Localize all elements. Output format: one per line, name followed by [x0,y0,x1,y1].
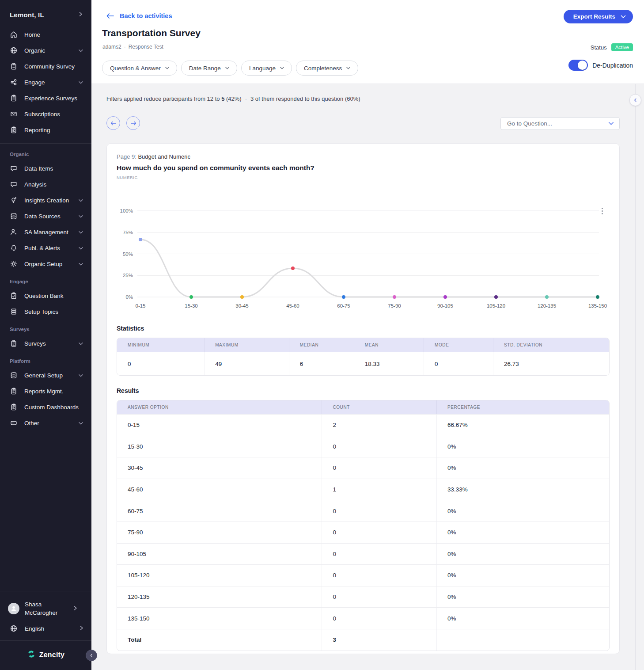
next-question-button[interactable] [126,116,140,130]
db-icon [10,371,18,379]
back-label: Back to activities [120,12,172,19]
question-type: NUMERIC [117,175,610,180]
sidebar-collapse-button[interactable] [86,650,97,661]
chevron-down-icon [608,122,614,126]
data-point[interactable] [342,295,345,299]
chart-menu-button[interactable] [598,206,606,215]
sidebar-item-analysis[interactable]: Analysis [0,176,91,192]
sidebar-item-setup-topics[interactable]: Setup Topics [0,304,91,320]
sidebar-item-label: Other [24,420,78,426]
chevron-right-icon [79,11,83,19]
goto-question-select[interactable]: Go to Question... [500,117,620,130]
chevron-right-icon [80,624,83,632]
percentage-value: 66.67% [436,415,609,436]
status-badge: Active [611,43,633,51]
table-row: 120-13500% [117,586,609,608]
sidebar-item-surveys[interactable]: Surveys [0,335,91,351]
goto-placeholder: Go to Question... [507,120,552,127]
sidebar-item-custom-dashboards[interactable]: Custom Dashboards [0,399,91,415]
data-point[interactable] [240,295,244,299]
percentage-value: 0% [436,544,609,565]
language-menu[interactable]: English [0,621,91,636]
dedup-toggle[interactable] [568,60,588,71]
sidebar-item-community-survey[interactable]: Community Survey [0,58,91,74]
sidebar-item-engage[interactable]: Engage [0,74,91,90]
filter-summary: Filters applied reduce participants from… [106,95,360,102]
sidebar-item-label: Data Sources [24,213,78,220]
sidebar-item-data-items[interactable]: Data Items [0,160,91,176]
export-results-button[interactable]: Export Results [564,10,633,23]
total-label: Total [117,629,322,651]
sidebar-item-general-setup[interactable]: General Setup [0,367,91,383]
filter-chip-label: Date Range [189,65,221,72]
stat-value: 18.33 [354,352,424,375]
section-label: Organic [0,145,91,160]
sidebar-item-publ-alerts[interactable]: Publ. & Alerts [0,240,91,256]
chevron-right-icon [73,605,77,611]
filter-chip-question-answer[interactable]: Question & Answer [102,61,177,76]
divider [0,143,91,144]
sidebar-item-subscriptions[interactable]: Subscriptions [0,106,91,122]
stat-value: 49 [204,352,289,375]
question-card: Page 9: Budget and Numeric How much do y… [106,143,620,654]
data-point[interactable] [291,266,295,270]
filter-chip-completeness[interactable]: Completeness [296,61,358,76]
answer-option: 135-150 [117,608,322,629]
sidebar-item-other[interactable]: Other [0,415,91,431]
section-label: Platform [0,351,91,367]
data-point[interactable] [596,295,599,299]
sidebar-item-insights-creation[interactable]: Insights Creation [0,192,91,208]
count-value: 0 [322,436,436,457]
chevron-down-icon [280,66,284,70]
section-label: Engage [0,272,91,288]
sidebar-item-experience-surveys[interactable]: Experience Surveys [0,90,91,106]
sidebar-item-reporting[interactable]: Reporting [0,122,91,138]
data-point[interactable] [545,295,549,299]
stat-value: 0 [424,352,493,375]
sidebar-nav: HomeOrganicCommunity SurveyEngageExperie… [0,27,91,431]
sidebar-item-organic-setup[interactable]: Organic Setup [0,256,91,272]
data-point[interactable] [139,238,142,241]
question-title: How much do you spend on community event… [117,164,610,172]
filter-chip-language[interactable]: Language [241,61,292,76]
user-menu[interactable]: Shasa McCarogher [0,597,91,621]
x-tick-label: 15-30 [185,303,197,308]
column-header: MEAN [354,338,424,352]
percentage-value: 0% [436,565,609,586]
page-root: Lemont, IL HomeOrganicCommunity SurveyEn… [0,0,644,670]
x-tick-label: 105-120 [487,303,505,308]
sidebar-item-label: Analysis [24,181,83,188]
expand-panel-button[interactable] [629,94,641,106]
sidebar-item-home[interactable]: Home [0,27,91,42]
table-header-row: MINIMUMMAXIMUMMEDIANMEANMODESTD. DEVIATI… [117,338,609,352]
subtitle: adams2·Response Test [102,44,163,50]
arrow-right-icon [130,121,136,126]
prev-question-button[interactable] [106,116,120,130]
sidebar-item-label: General Setup [24,372,78,379]
count-value: 0 [322,565,436,586]
answer-option: 120-135 [117,586,322,608]
sidebar-item-reports-mgmt[interactable]: Reports Mgmt. [0,383,91,399]
sidebar-item-data-sources[interactable]: Data Sources [0,208,91,224]
data-point[interactable] [494,295,498,299]
filter-chip-date-range[interactable]: Date Range [181,61,237,76]
data-point[interactable] [189,295,193,299]
sidebar-item-label: Reports Mgmt. [24,388,83,395]
back-link[interactable]: Back to activities [106,12,172,19]
table-row: 15-3000% [117,436,609,457]
sidebar-item-sa-management[interactable]: SA Management [0,224,91,240]
results-title: Results [117,387,610,394]
sidebar-item-question-bank[interactable]: Question Bank [0,288,91,304]
chart-line [140,240,598,297]
sidebar-item-organic[interactable]: Organic [0,42,91,58]
data-point[interactable] [443,295,447,299]
arrow-left-icon [106,13,114,19]
x-tick-label: 120-135 [538,303,556,308]
org-switcher[interactable]: Lemont, IL [0,0,91,27]
column-header: PERCENTAGE [436,400,609,414]
mail-icon [10,110,18,118]
count-value: 1 [322,479,436,500]
data-point[interactable] [393,295,396,299]
sidebar: Lemont, IL HomeOrganicCommunity SurveyEn… [0,0,91,670]
answer-option: 75-90 [117,522,322,543]
